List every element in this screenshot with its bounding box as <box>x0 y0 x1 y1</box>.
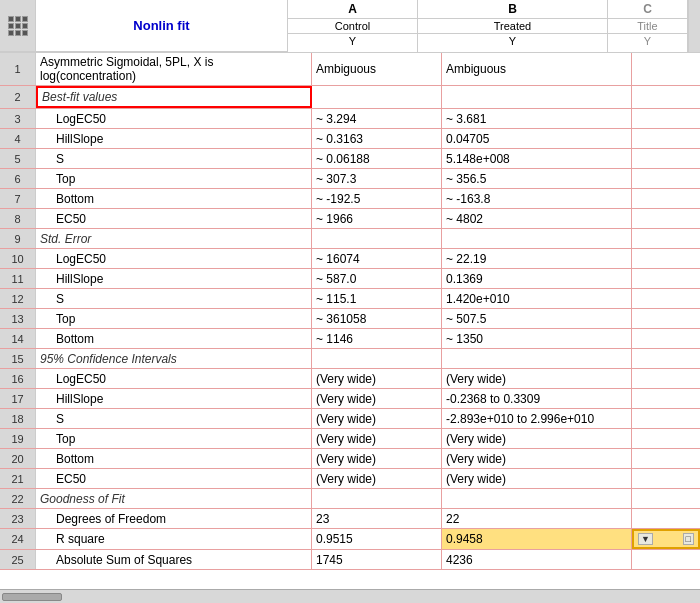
cell-a[interactable]: ~ 361058 <box>312 309 442 328</box>
cell-b[interactable]: ~ 1350 <box>442 329 632 348</box>
cell-b[interactable]: ~ 356.5 <box>442 169 632 188</box>
cell-b[interactable]: 5.148e+008 <box>442 149 632 168</box>
cell-b[interactable]: 4236 <box>442 550 632 569</box>
cell-a[interactable]: 1745 <box>312 550 442 569</box>
cell-b[interactable]: 1.420e+010 <box>442 289 632 308</box>
table-row[interactable]: 13Top~ 361058~ 507.5 <box>0 309 700 329</box>
cell-a[interactable]: ~ 0.06188 <box>312 149 442 168</box>
cell-c[interactable] <box>632 509 700 528</box>
cell-b[interactable]: (Very wide) <box>442 469 632 488</box>
cell-a[interactable] <box>312 86 442 108</box>
cell-b[interactable] <box>442 86 632 108</box>
table-row[interactable]: 14Bottom~ 1146~ 1350 <box>0 329 700 349</box>
cell-c[interactable] <box>632 409 700 428</box>
cell-c[interactable]: ▼□ <box>632 529 700 549</box>
cell-c[interactable] <box>632 189 700 208</box>
cell-a[interactable] <box>312 349 442 368</box>
cell-a[interactable] <box>312 229 442 248</box>
table-row[interactable]: 24R square0.95150.9458▼□ <box>0 529 700 550</box>
cell-b[interactable]: ~ 4802 <box>442 209 632 228</box>
table-row[interactable]: 19Top(Very wide)(Very wide) <box>0 429 700 449</box>
cell-c[interactable] <box>632 149 700 168</box>
cell-c[interactable] <box>632 209 700 228</box>
cell-a[interactable]: 0.9515 <box>312 529 442 549</box>
cell-expand-icon[interactable]: □ <box>683 533 694 545</box>
cell-b[interactable]: 0.04705 <box>442 129 632 148</box>
table-row[interactable]: 10LogEC50~ 16074~ 22.19 <box>0 249 700 269</box>
cell-a[interactable]: ~ 587.0 <box>312 269 442 288</box>
table-row[interactable]: 6Top~ 307.3~ 356.5 <box>0 169 700 189</box>
cell-a[interactable]: ~ -192.5 <box>312 189 442 208</box>
cell-c[interactable] <box>632 449 700 468</box>
table-row[interactable]: 7Bottom~ -192.5~ -163.8 <box>0 189 700 209</box>
cell-a[interactable]: ~ 1966 <box>312 209 442 228</box>
cell-c[interactable] <box>632 329 700 348</box>
table-row[interactable]: 4HillSlope~ 0.31630.04705 <box>0 129 700 149</box>
cell-a[interactable]: ~ 16074 <box>312 249 442 268</box>
cell-a[interactable]: ~ 0.3163 <box>312 129 442 148</box>
cell-b[interactable]: (Very wide) <box>442 449 632 468</box>
cell-b[interactable]: ~ -163.8 <box>442 189 632 208</box>
cell-a[interactable]: ~ 115.1 <box>312 289 442 308</box>
cell-b[interactable]: 22 <box>442 509 632 528</box>
table-row[interactable]: 12S~ 115.11.420e+010 <box>0 289 700 309</box>
table-row[interactable]: 11HillSlope~ 587.00.1369 <box>0 269 700 289</box>
cell-dropdown-icon[interactable]: ▼ <box>638 533 653 545</box>
cell-c[interactable] <box>632 489 700 508</box>
cell-c[interactable] <box>632 53 700 85</box>
cell-b[interactable] <box>442 489 632 508</box>
table-row[interactable]: 21EC50(Very wide)(Very wide) <box>0 469 700 489</box>
table-row[interactable]: 22Goodness of Fit <box>0 489 700 509</box>
table-row[interactable]: 16LogEC50(Very wide)(Very wide) <box>0 369 700 389</box>
cell-a[interactable]: Ambiguous <box>312 53 442 85</box>
cell-b[interactable]: 0.9458 <box>442 529 632 549</box>
cell-a[interactable]: (Very wide) <box>312 409 442 428</box>
cell-c[interactable] <box>632 389 700 408</box>
cell-b[interactable]: ~ 507.5 <box>442 309 632 328</box>
cell-c[interactable] <box>632 429 700 448</box>
cell-b[interactable]: (Very wide) <box>442 369 632 388</box>
cell-c[interactable] <box>632 349 700 368</box>
table-row[interactable]: 23Degrees of Freedom2322 <box>0 509 700 529</box>
cell-b[interactable]: ~ 3.681 <box>442 109 632 128</box>
cell-a[interactable] <box>312 489 442 508</box>
cell-c[interactable] <box>632 369 700 388</box>
table-row[interactable]: 3LogEC50~ 3.294~ 3.681 <box>0 109 700 129</box>
table-row[interactable]: 18S(Very wide)-2.893e+010 to 2.996e+010 <box>0 409 700 429</box>
cell-a[interactable]: ~ 307.3 <box>312 169 442 188</box>
cell-b[interactable]: -0.2368 to 0.3309 <box>442 389 632 408</box>
cell-c[interactable] <box>632 109 700 128</box>
cell-b[interactable]: 0.1369 <box>442 269 632 288</box>
cell-c[interactable] <box>632 289 700 308</box>
cell-a[interactable]: (Very wide) <box>312 369 442 388</box>
cell-a[interactable]: ~ 1146 <box>312 329 442 348</box>
cell-c[interactable] <box>632 129 700 148</box>
cell-c[interactable] <box>632 86 700 108</box>
cell-b[interactable]: Ambiguous <box>442 53 632 85</box>
horizontal-scrollbar[interactable] <box>0 589 700 603</box>
cell-c[interactable] <box>632 169 700 188</box>
cell-c[interactable] <box>632 249 700 268</box>
table-row[interactable]: 8EC50~ 1966~ 4802 <box>0 209 700 229</box>
table-row[interactable]: 9Std. Error <box>0 229 700 249</box>
cell-a[interactable]: (Very wide) <box>312 389 442 408</box>
cell-b[interactable]: ~ 22.19 <box>442 249 632 268</box>
table-row[interactable]: 17HillSlope(Very wide)-0.2368 to 0.3309 <box>0 389 700 409</box>
cell-b[interactable]: (Very wide) <box>442 429 632 448</box>
cell-c[interactable] <box>632 469 700 488</box>
table-row[interactable]: 2Best-fit values <box>0 86 700 109</box>
cell-b[interactable] <box>442 349 632 368</box>
data-area[interactable]: 1Asymmetric Sigmoidal, 5PL, X is log(con… <box>0 53 700 589</box>
cell-a[interactable]: (Very wide) <box>312 429 442 448</box>
cell-c[interactable] <box>632 229 700 248</box>
cell-c[interactable] <box>632 550 700 569</box>
cell-c[interactable] <box>632 309 700 328</box>
table-row[interactable]: 1595% Confidence Intervals <box>0 349 700 369</box>
table-row[interactable]: 20Bottom(Very wide)(Very wide) <box>0 449 700 469</box>
table-row[interactable]: 5S~ 0.061885.148e+008 <box>0 149 700 169</box>
table-row[interactable]: 25Absolute Sum of Squares17454236 <box>0 550 700 570</box>
table-row[interactable]: 1Asymmetric Sigmoidal, 5PL, X is log(con… <box>0 53 700 86</box>
cell-a[interactable]: (Very wide) <box>312 449 442 468</box>
cell-a[interactable]: (Very wide) <box>312 469 442 488</box>
cell-a[interactable]: ~ 3.294 <box>312 109 442 128</box>
